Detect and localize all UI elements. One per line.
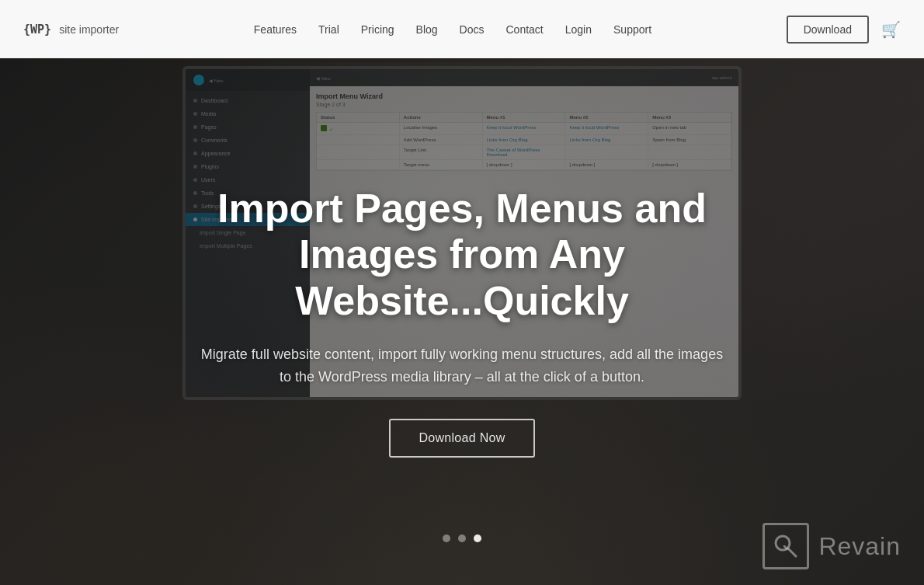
nav-link-pricing[interactable]: Pricing (361, 23, 394, 36)
carousel-dot-1[interactable] (443, 535, 450, 542)
nav-link-docs[interactable]: Docs (460, 23, 485, 36)
navbar-right: Download 🛒 (787, 16, 901, 44)
nav-item-trial[interactable]: Trial (318, 23, 339, 37)
nav-link-features[interactable]: Features (254, 23, 297, 36)
nav-item-features[interactable]: Features (254, 23, 297, 37)
hero-subtitle: Migrate full website content, import ful… (198, 343, 726, 388)
hero-cta-button[interactable]: Download Now (389, 419, 534, 458)
nav-link-login[interactable]: Login (565, 23, 592, 36)
nav-link-blog[interactable]: Blog (416, 23, 438, 36)
revain-badge: Revain (762, 523, 901, 569)
svg-line-1 (788, 548, 796, 556)
nav-link-trial[interactable]: Trial (318, 23, 339, 36)
revain-text: Revain (818, 532, 901, 561)
nav-item-support[interactable]: Support (613, 23, 651, 37)
revain-icon-box (762, 523, 809, 569)
nav-link-contact[interactable]: Contact (506, 23, 544, 36)
logo-wp-text: {WP} (23, 23, 51, 37)
nav-item-login[interactable]: Login (565, 23, 592, 37)
nav-link-support[interactable]: Support (613, 23, 651, 36)
navbar: {WP} site importer Features Trial Pricin… (0, 0, 924, 58)
carousel-dot-3[interactable] (474, 535, 481, 542)
nav-item-docs[interactable]: Docs (460, 23, 485, 37)
nav-item-pricing[interactable]: Pricing (361, 23, 394, 37)
nav-item-contact[interactable]: Contact (506, 23, 544, 37)
cart-icon[interactable]: 🛒 (881, 20, 901, 39)
navbar-nav: Features Trial Pricing Blog Docs Contact… (254, 23, 651, 37)
carousel-dot-2[interactable] (458, 535, 466, 542)
logo-site-text: site importer (59, 23, 119, 36)
hero-title: Import Pages, Menus and Images from Any … (144, 186, 780, 325)
carousel-dots (443, 535, 481, 542)
nav-item-blog[interactable]: Blog (416, 23, 438, 37)
logo-link[interactable]: {WP} site importer (23, 23, 119, 37)
hero-content: Import Pages, Menus and Images from Any … (0, 58, 924, 585)
revain-search-icon (772, 532, 800, 560)
download-button[interactable]: Download (787, 16, 869, 44)
